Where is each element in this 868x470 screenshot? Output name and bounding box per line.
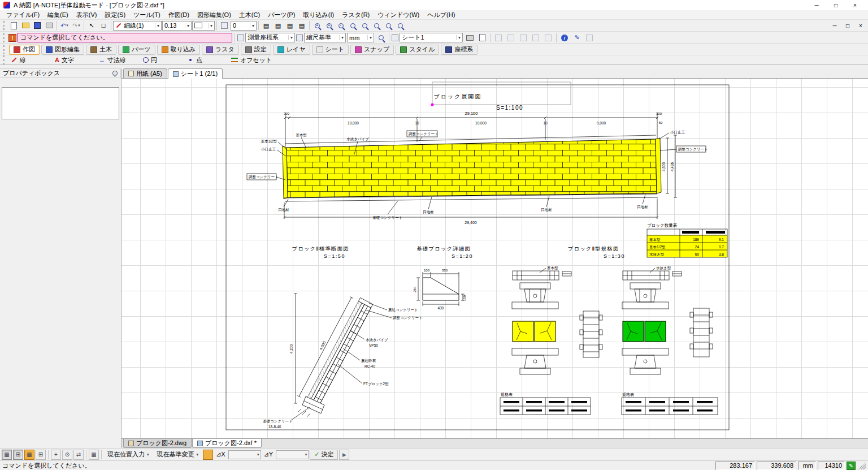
menu-draw[interactable]: 作図(D) xyxy=(164,10,193,20)
block-wall[interactable] xyxy=(287,139,657,197)
menu-view[interactable]: 表示(V) xyxy=(72,10,101,20)
position-input-dropdown[interactable]: 現在位置入力 ▾ xyxy=(104,450,153,459)
base-change-dropdown[interactable]: 現在基準変更 ▾ xyxy=(154,450,202,459)
foundation-detail-drawing[interactable]: 100 330 250 150 430 xyxy=(413,269,466,310)
tool-point[interactable]: 点 xyxy=(184,56,228,64)
select-button[interactable]: ↖ xyxy=(86,20,97,31)
menu-help[interactable]: ヘルプ(H) xyxy=(423,10,459,20)
menu-shape-edit[interactable]: 図形編集(O) xyxy=(193,10,235,20)
pan-button[interactable] xyxy=(383,20,394,31)
standard-block-right[interactable]: 水抜き型 xyxy=(622,266,718,415)
axis-toggle-button[interactable]: ⊞ xyxy=(36,450,46,460)
selected-point[interactable] xyxy=(431,104,434,106)
menu-parts[interactable]: パーツ(P) xyxy=(264,10,299,20)
zoom-select-button[interactable] xyxy=(375,33,387,43)
tool-offset[interactable]: オフセット xyxy=(228,56,280,64)
next-step-button[interactable]: ▶ xyxy=(339,450,349,460)
zoom-out-button[interactable]: - xyxy=(335,20,346,31)
coord-lock-button[interactable] xyxy=(203,450,213,460)
pin-icon[interactable] xyxy=(111,70,119,77)
layer-combo[interactable]: 0 ▾ xyxy=(231,21,257,31)
tab-shape-edit[interactable]: 図形編集 xyxy=(41,45,84,55)
save-button[interactable] xyxy=(32,20,43,31)
info-button[interactable]: i xyxy=(559,33,570,43)
elevation-drawing[interactable]: ブロック展開図 S=1:100 29,100 300 300 60 10,000… xyxy=(247,93,708,225)
minimize-button[interactable]: ─ xyxy=(807,2,826,8)
new-file-button[interactable] xyxy=(8,20,19,31)
menu-file[interactable]: ファイル(F) xyxy=(2,10,44,20)
doc-minimize-button[interactable]: ─ xyxy=(828,23,841,29)
tab-snap[interactable]: スナップ xyxy=(350,45,394,55)
zoom-refresh-button[interactable] xyxy=(394,20,406,31)
tab-draw[interactable]: 作図 xyxy=(9,45,40,55)
resize-grip[interactable] xyxy=(858,462,866,469)
edit-mode-button[interactable]: ✎ xyxy=(847,462,856,470)
dx-input[interactable]: ▾ xyxy=(228,450,261,459)
sheet-list-button-1[interactable]: ▤ xyxy=(261,20,272,31)
line-color-combo[interactable]: ▾ xyxy=(192,21,215,31)
doc-restore-button[interactable]: □ xyxy=(841,23,854,29)
tab-import[interactable]: 取り込み xyxy=(157,45,201,55)
quantity-table[interactable]: ブロック数量表 基本型 189 9.1 基本1/2型 24 0.7 水抜き型 xyxy=(647,223,727,257)
sheet-list-button-3[interactable]: ▤ xyxy=(284,20,296,31)
line-width-combo[interactable]: 0.13 ▾ xyxy=(162,21,192,31)
edit-tool-button-2[interactable] xyxy=(505,33,517,43)
dy-input[interactable]: ▾ xyxy=(276,450,309,459)
print-preview-button[interactable] xyxy=(464,33,475,43)
tab-sheet1[interactable]: シート1 (2/1) xyxy=(168,68,223,79)
measure-button[interactable]: ✎ xyxy=(571,33,583,43)
edit-tool-button-3[interactable] xyxy=(518,33,529,43)
menu-civil[interactable]: 土木(C) xyxy=(235,10,264,20)
scale-base-combo[interactable]: 縮尺基準 ▾ xyxy=(304,33,346,42)
tab-parts[interactable]: パーツ xyxy=(118,45,155,55)
undo-button[interactable]: ↶▾ xyxy=(59,20,70,31)
tab-sheet[interactable]: シート xyxy=(312,45,349,55)
menu-import[interactable]: 取り込み(I) xyxy=(299,10,338,20)
coord-system-combo[interactable]: 測量座標系 ▾ xyxy=(245,33,295,42)
crosshair-button[interactable]: + xyxy=(51,450,61,460)
sheet-combo[interactable]: シート1 ▾ xyxy=(400,33,463,42)
extra-tool-button[interactable] xyxy=(584,33,595,43)
tool-line[interactable]: 線 xyxy=(7,56,51,64)
layer-button[interactable] xyxy=(219,20,230,31)
tool-dimension[interactable]: ↔寸法線 xyxy=(96,56,140,64)
close-button[interactable]: × xyxy=(845,2,865,8)
plot-button[interactable] xyxy=(476,33,488,43)
zoom-window-button[interactable]: + xyxy=(311,20,323,31)
unit-combo[interactable]: mm ▾ xyxy=(347,33,374,42)
cross-section-drawing[interactable]: 4,500 4,200 裏込コンクリート 調整コンクリート 水抜きパイ xyxy=(263,292,423,429)
toolbar-grip[interactable] xyxy=(3,55,6,64)
menu-window[interactable]: ウィンドウ(W) xyxy=(374,10,423,20)
toolbar-grip[interactable] xyxy=(3,45,6,54)
toolbar-grip[interactable] xyxy=(3,21,6,30)
redo-button[interactable]: ↷▾ xyxy=(71,20,82,31)
maximize-button[interactable]: □ xyxy=(826,2,845,8)
menu-edit[interactable]: 編集(E) xyxy=(44,10,72,20)
open-file-button[interactable] xyxy=(20,20,31,31)
tab-file-dxf[interactable]: ブロック図-2.dxf * xyxy=(192,439,262,448)
edit-tool-button-1[interactable] xyxy=(493,33,504,43)
drawing-canvas[interactable]: ブロック展開図 S=1:100 29,100 300 300 60 10,000… xyxy=(121,79,868,438)
zoom-in-button[interactable]: + xyxy=(323,20,335,31)
doc-close-button[interactable]: × xyxy=(854,23,867,29)
tab-paper[interactable]: 用紙 (A5) xyxy=(123,68,167,78)
input-mode-button[interactable]: ▦ xyxy=(89,450,99,460)
tab-style[interactable]: スタイル xyxy=(396,45,439,55)
zoom-fit-button[interactable] xyxy=(347,20,358,31)
center-snap-button[interactable]: ⊙ xyxy=(62,450,72,460)
edit-tool-button-5[interactable] xyxy=(542,33,554,43)
ortho-toggle-button[interactable]: ▦ xyxy=(24,450,34,460)
tab-file-dwg[interactable]: ブロック図-2.dwg xyxy=(123,439,192,448)
menu-raster[interactable]: ラスタ(R) xyxy=(338,10,374,20)
sheet-list-button-4[interactable]: ▤ xyxy=(296,20,307,31)
zoom-previous-button[interactable] xyxy=(371,20,382,31)
tab-layer[interactable]: レイヤ xyxy=(273,45,310,55)
standard-block-left[interactable]: 基本型 xyxy=(500,266,602,415)
tab-raster[interactable]: ラスタ xyxy=(202,45,239,55)
confirm-button[interactable]: ✓ 決定 xyxy=(310,450,338,460)
tab-civil[interactable]: 土木 xyxy=(86,45,116,55)
tool-text[interactable]: A文字 xyxy=(51,56,96,64)
menu-tools[interactable]: ツール(T) xyxy=(129,10,164,20)
tool-circle[interactable]: 円 xyxy=(140,56,184,64)
line-style-combo[interactable]: 細線(1) ▾ xyxy=(113,21,162,31)
